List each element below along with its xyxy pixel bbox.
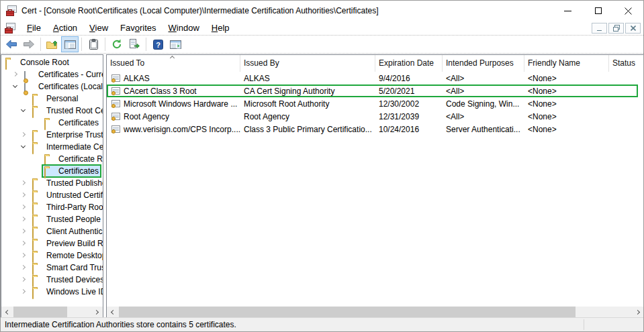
tree-item-windows-live-id[interactable]: Windows Live ID xyxy=(1,286,103,298)
tree-item-label: Windows Live ID xyxy=(46,286,103,298)
chevron-down-icon[interactable] xyxy=(21,107,26,112)
column-header-issued-to[interactable]: Issued To xyxy=(107,55,240,72)
chevron-right-icon[interactable] xyxy=(21,253,26,258)
console-tree-pane: Console Root Certificates - Curren Certi… xyxy=(1,54,103,319)
chevron-down-icon[interactable] xyxy=(21,144,26,148)
clipboard-icon xyxy=(89,39,98,50)
tree-item-certificates-current-user[interactable]: Certificates - Curren xyxy=(1,68,103,80)
close-icon xyxy=(625,7,632,15)
close-button[interactable] xyxy=(613,1,643,21)
scroll-left-arrow[interactable] xyxy=(107,307,118,318)
forward-button[interactable] xyxy=(20,36,38,52)
column-header-status[interactable]: Status xyxy=(609,55,644,72)
forward-icon xyxy=(23,40,35,49)
chevron-right-icon[interactable] xyxy=(21,241,26,245)
chevron-right-icon[interactable] xyxy=(21,289,26,294)
table-row[interactable]: www.verisign.com/CPS Incorp.... Class 3 … xyxy=(107,123,638,135)
properties-button[interactable] xyxy=(85,36,102,52)
tree-horizontal-scrollbar[interactable] xyxy=(1,307,103,318)
tree-item-preview-build-roots[interactable]: Preview Build Ro xyxy=(1,237,103,250)
chevron-right-icon[interactable] xyxy=(21,217,26,221)
tree-item-certificates-intermediate-selected[interactable]: Certificates xyxy=(1,165,103,177)
tree-item-label: Trusted People xyxy=(46,213,101,225)
menu-window[interactable]: Window xyxy=(163,21,205,34)
tree-item-label: Intermediate Cer xyxy=(46,141,103,153)
chevron-right-icon[interactable] xyxy=(21,277,26,282)
chevron-right-icon[interactable] xyxy=(21,180,26,185)
certificate-icon xyxy=(111,100,120,107)
column-header-expiration-date[interactable]: Expiration Date xyxy=(375,55,443,72)
tree-item-trusted-root[interactable]: Trusted Root Cer xyxy=(1,105,103,117)
scroll-right-arrow[interactable] xyxy=(633,307,644,318)
column-header-intended-purposes[interactable]: Intended Purposes xyxy=(443,55,524,72)
maximize-button[interactable] xyxy=(583,1,613,21)
help-button[interactable]: ? xyxy=(149,36,167,52)
menu-action[interactable]: Action xyxy=(47,21,83,34)
child-minimize-button[interactable] xyxy=(592,23,607,34)
show-hide-console-tree-button[interactable] xyxy=(61,36,79,52)
tree-item-smart-card[interactable]: Smart Card Trust xyxy=(1,262,103,274)
chevron-down-icon[interactable] xyxy=(13,83,17,88)
status-bar: Intermediate Certification Authorities s… xyxy=(1,317,643,331)
table-row[interactable]: Root Agency Root Agency 12/31/2039 <All>… xyxy=(107,110,638,123)
table-row[interactable]: Microsoft Windows Hardware ... Microsoft… xyxy=(107,97,638,110)
menu-file[interactable]: File xyxy=(21,21,47,34)
refresh-button[interactable] xyxy=(108,36,126,52)
sort-ascending-icon xyxy=(170,56,175,60)
tree-item-third-party-roots[interactable]: Third-Party Root xyxy=(1,201,103,213)
tree-item-trusted-publishers[interactable]: Trusted Publishe xyxy=(1,177,103,189)
toolbar: ? xyxy=(1,36,643,54)
tree-item-certificates-trusted-root[interactable]: Certificates xyxy=(1,117,103,129)
list-horizontal-scrollbar[interactable] xyxy=(107,307,644,318)
chevron-right-icon[interactable] xyxy=(13,72,17,76)
tree-item-trusted-devices[interactable]: Trusted Devices xyxy=(1,274,103,286)
chevron-right-icon[interactable] xyxy=(21,192,26,197)
scrollbar-thumb[interactable] xyxy=(13,307,67,318)
table-row[interactable]: ALKAS ALKAS 9/4/2016 <All> <None> xyxy=(107,72,638,85)
tree-item-label: Console Root xyxy=(20,56,69,68)
tree-item-remote-desktop[interactable]: Remote Desktop xyxy=(1,250,103,262)
tree-item-trusted-people[interactable]: Trusted People xyxy=(1,213,103,225)
tree-item-label: Certificates xyxy=(58,165,99,177)
tree-item-console-root[interactable]: Console Root xyxy=(1,56,103,68)
tree-item-label: Remote Desktop xyxy=(46,250,103,262)
chevron-right-icon[interactable] xyxy=(21,205,26,209)
table-row-highlighted[interactable]: CAcert Class 3 Root CA Cert Signing Auth… xyxy=(107,85,638,97)
tree-item-label: Trusted Devices xyxy=(46,274,103,286)
tree-item-enterprise-trust[interactable]: Enterprise Trust xyxy=(1,129,103,141)
minimize-button[interactable] xyxy=(553,1,583,21)
tree-item-untrusted-certificates[interactable]: Untrusted Certifi xyxy=(1,189,103,201)
tree-item-client-authentication[interactable]: Client Authentic xyxy=(1,225,103,237)
show-hide-action-pane-button[interactable] xyxy=(167,36,184,52)
tree-item-certificates-local-computer[interactable]: Certificates (Local C xyxy=(1,80,103,93)
folder-icon xyxy=(44,167,46,179)
menu-favorites[interactable]: Favorites xyxy=(114,21,162,34)
child-close-button[interactable] xyxy=(625,23,641,34)
chevron-right-icon[interactable] xyxy=(21,132,26,137)
export-list-button[interactable] xyxy=(126,36,143,52)
child-close-icon xyxy=(631,25,636,31)
menu-view[interactable]: View xyxy=(83,21,114,34)
column-header-issued-by[interactable]: Issued By xyxy=(240,55,375,72)
toolbar-separator xyxy=(146,38,146,51)
certificate-icon xyxy=(111,113,120,120)
back-button[interactable] xyxy=(3,36,20,52)
chevron-right-icon[interactable] xyxy=(21,229,26,233)
chevron-right-icon[interactable] xyxy=(21,265,26,270)
scrollbar-thumb[interactable] xyxy=(119,307,576,318)
action-pane-icon xyxy=(170,40,181,49)
export-list-icon xyxy=(129,39,140,50)
scroll-right-arrow[interactable] xyxy=(91,307,103,318)
tree-item-label: Certificate Re xyxy=(58,153,103,165)
mmc-window: Cert - [Console Root\Certificates (Local… xyxy=(0,0,644,332)
tree-item-certificate-revocation[interactable]: Certificate Re xyxy=(1,153,103,165)
console-system-menu-icon[interactable] xyxy=(5,23,15,34)
column-header-friendly-name[interactable]: Friendly Name xyxy=(524,55,609,72)
menu-help[interactable]: Help xyxy=(205,21,236,34)
child-restore-button[interactable] xyxy=(608,23,624,34)
up-one-level-button[interactable] xyxy=(44,36,61,52)
scroll-left-arrow[interactable] xyxy=(1,307,13,318)
tree-item-intermediate[interactable]: Intermediate Cer xyxy=(1,141,103,153)
tree-item-label: Certificates (Local C xyxy=(38,80,103,93)
tree-item-personal[interactable]: Personal xyxy=(1,93,103,105)
